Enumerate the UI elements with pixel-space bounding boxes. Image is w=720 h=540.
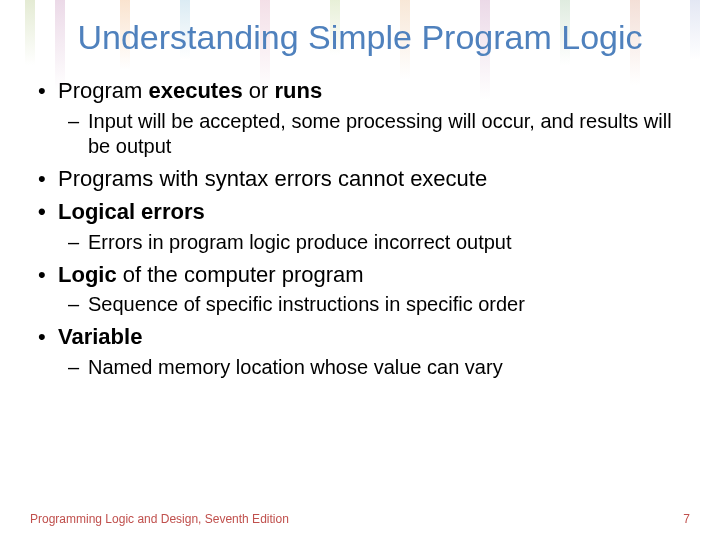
- slide-content: Program executes or runs Input will be a…: [0, 69, 720, 380]
- bullet-3-sub: Errors in program logic produce incorrec…: [58, 230, 690, 255]
- bullet-3-text: Logical errors: [58, 199, 205, 224]
- bullet-1-sub: Input will be accepted, some processing …: [58, 109, 690, 159]
- footer-page-number: 7: [683, 512, 690, 526]
- bullet-5: Variable Named memory location whose val…: [30, 323, 690, 380]
- bullet-5-sub: Named memory location whose value can va…: [58, 355, 690, 380]
- bullet-4-rest: of the computer program: [117, 262, 364, 287]
- bullet-5-text: Variable: [58, 324, 142, 349]
- slide-footer: Programming Logic and Design, Seventh Ed…: [0, 512, 720, 526]
- bullet-3: Logical errors Errors in program logic p…: [30, 198, 690, 255]
- footer-source: Programming Logic and Design, Seventh Ed…: [30, 512, 289, 526]
- bullet-4-bold: Logic: [58, 262, 117, 287]
- bullet-1: Program executes or runs Input will be a…: [30, 77, 690, 159]
- bullet-1-bold-runs: runs: [274, 78, 322, 103]
- bullet-2: Programs with syntax errors cannot execu…: [30, 165, 690, 193]
- bullet-4-sub: Sequence of specific instructions in spe…: [58, 292, 690, 317]
- bullet-1-text-mid: or: [243, 78, 275, 103]
- slide-title: Understanding Simple Program Logic: [0, 0, 720, 69]
- bullet-4: Logic of the computer program Sequence o…: [30, 261, 690, 318]
- bullet-1-text-pre: Program: [58, 78, 148, 103]
- bullet-1-bold-executes: executes: [148, 78, 242, 103]
